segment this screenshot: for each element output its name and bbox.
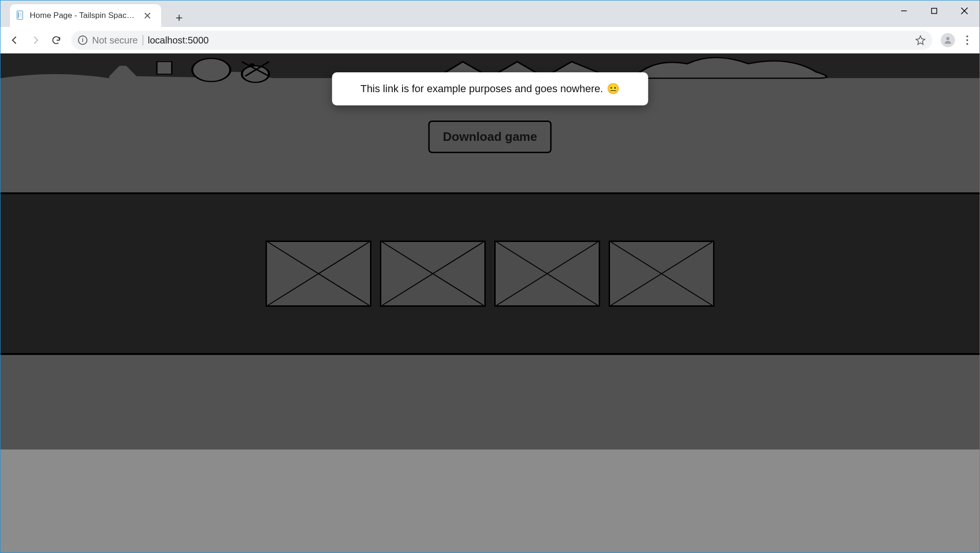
window-close-button[interactable] — [949, 0, 980, 21]
svg-rect-0 — [17, 11, 23, 19]
page-content: Download game This link is for example p… — [0, 53, 980, 553]
window-controls — [889, 0, 980, 27]
bookmark-button[interactable] — [915, 35, 926, 45]
site-favicon — [16, 10, 25, 21]
neutral-face-emoji: 😐 — [607, 83, 619, 95]
svg-rect-8 — [932, 9, 937, 14]
url-text: localhost:5000 — [148, 35, 911, 46]
site-info[interactable]: i Not secure — [78, 35, 138, 46]
tab-close-button[interactable] — [143, 11, 152, 20]
profile-button[interactable] — [941, 33, 955, 47]
browser-chrome: Home Page - Tailspin SpaceGame + — [0, 0, 980, 53]
svg-rect-1 — [18, 12, 19, 18]
forward-button[interactable] — [26, 31, 45, 50]
new-tab-button[interactable]: + — [170, 8, 189, 27]
svg-point-11 — [946, 37, 950, 40]
modal-overlay[interactable] — [0, 53, 980, 553]
tab-title: Home Page - Tailspin SpaceGame — [30, 11, 138, 20]
toast-text: This link is for example purposes and go… — [361, 83, 603, 95]
window-maximize-button[interactable] — [919, 0, 949, 21]
window-minimize-button[interactable] — [889, 0, 919, 21]
reload-button[interactable] — [47, 31, 66, 50]
browser-menu-button[interactable] — [960, 33, 975, 48]
info-icon: i — [78, 35, 87, 45]
back-button[interactable] — [5, 31, 24, 50]
page-viewport: Download game This link is for example p… — [0, 53, 980, 553]
divider — [143, 35, 143, 45]
address-bar[interactable]: i Not secure localhost:5000 — [71, 31, 932, 50]
security-status: Not secure — [92, 35, 138, 46]
browser-tab[interactable]: Home Page - Tailspin SpaceGame — [10, 4, 161, 27]
toast-notification: This link is for example purposes and go… — [332, 72, 648, 105]
tab-strip: Home Page - Tailspin SpaceGame + — [0, 0, 980, 27]
browser-toolbar: i Not secure localhost:5000 — [0, 27, 980, 53]
